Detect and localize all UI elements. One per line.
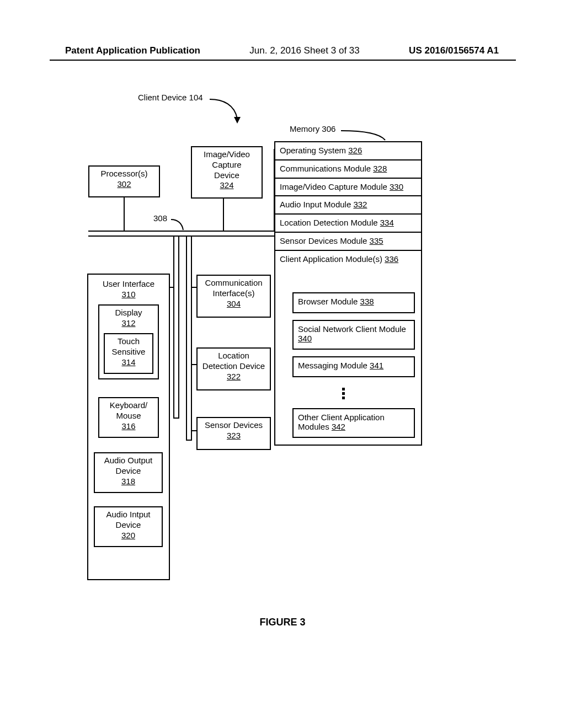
loc-box: Location Detection Device 322 (196, 347, 271, 390)
kbm-title1: Keyboard/ (110, 400, 147, 410)
loc-conn (192, 364, 196, 365)
mem-sdm: Sensor Devices Module 335 (275, 233, 421, 251)
audout-title2: Device (116, 466, 141, 475)
comm-conn (192, 287, 196, 288)
mem-ivcm: Image/Video Capture Module 330 (275, 179, 421, 197)
touch-num: 314 (121, 357, 135, 367)
comm-num: 304 (227, 299, 241, 308)
audin-num: 320 (121, 531, 135, 540)
mem-aim: Audio Input Module 332 (275, 196, 421, 215)
audout-num: 318 (121, 477, 135, 486)
page: Patent Application Publication Jun. 2, 2… (0, 0, 565, 728)
header-center: Jun. 2, 2016 Sheet 3 of 33 (249, 45, 359, 56)
bus-top (88, 231, 275, 232)
sensor-box: Sensor Devices 323 (196, 417, 271, 450)
bus-vl-cap (173, 417, 179, 419)
bus-ref-label: 308 (153, 213, 167, 223)
client-device-arrowhead (234, 117, 241, 124)
kbm-title2: Mouse (116, 411, 141, 420)
capture-num: 324 (220, 180, 233, 190)
bus-vl1 (173, 237, 174, 419)
audio-out-box: Audio Output Device 318 (94, 452, 163, 493)
capture-title1: Image/Video (204, 149, 250, 159)
ellipsis-icon (342, 386, 345, 401)
mem-comm: Communications Module 328 (275, 160, 421, 179)
bus-vr2 (191, 237, 192, 441)
sensor-conn (192, 430, 196, 431)
comm-box: Communication Interface(s) 304 (196, 275, 271, 318)
capture-to-bus (223, 199, 224, 231)
sensor-title: Sensor Devices (205, 420, 263, 430)
ui-title: User Interface (103, 279, 154, 288)
header-left: Patent Application Publication (65, 45, 200, 56)
comm-title2: Interface(s) (213, 288, 255, 298)
audio-in-box: Audio Intput Device 320 (94, 506, 163, 547)
figure-caption: FIGURE 3 (0, 617, 565, 628)
mem-os: Operating System 326 (275, 142, 421, 160)
sub-browser: Browser Module 338 (292, 292, 415, 313)
bus-bottom (88, 235, 275, 237)
audin-title2: Device (116, 520, 141, 529)
ui-num: 310 (121, 290, 135, 299)
loc-title2: Detection Device (202, 361, 265, 371)
display-group: Display 312 Touch Sensitive 314 (98, 304, 159, 379)
client-device-leader (210, 97, 254, 130)
header-rule (50, 60, 516, 61)
comm-title1: Communication (205, 278, 262, 287)
processor-num: 302 (117, 179, 131, 189)
doc-header: Patent Application Publication Jun. 2, 2… (0, 45, 565, 56)
kbm-box: Keyboard/ Mouse 316 (98, 397, 159, 438)
processor-title: Processor(s) (100, 169, 147, 178)
touch-title2: Sensitive (112, 347, 146, 356)
header-right: US 2016/0156574 A1 (409, 45, 499, 56)
mem-cam: Client Application Module(s) 336 (275, 251, 421, 268)
bus-vr-cap (186, 440, 192, 441)
loc-num: 322 (227, 372, 241, 381)
capture-box: Image/Video Capture Device 324 (191, 146, 263, 199)
bus-vr1 (186, 237, 187, 441)
capture-title2: Capture (212, 160, 241, 169)
display-num: 312 (121, 318, 135, 328)
capture-title3: Device (214, 170, 239, 180)
touch-title1: Touch (118, 336, 140, 346)
sensor-num: 323 (227, 431, 241, 440)
ui-conn (170, 287, 173, 288)
audin-title1: Audio Intput (106, 510, 150, 519)
proc-to-bus (124, 197, 125, 231)
display-title: Display (115, 308, 142, 317)
sub-other: Other Client Application Modules 342 (292, 408, 415, 438)
client-device-label: Client Device 104 (138, 93, 203, 102)
mem-ldm: Location Detection Module 334 (275, 215, 421, 233)
processor-box: Processor(s) 302 (88, 165, 160, 197)
bus-ref-leader (171, 218, 188, 234)
loc-title1: Location (218, 351, 249, 360)
kbm-num: 316 (121, 421, 135, 431)
sub-msg: Messaging Module 341 (292, 356, 415, 377)
memory-label: Memory 306 (290, 124, 335, 133)
sub-snc: Social Network Client Module340 (292, 320, 415, 350)
bus-vl2 (178, 237, 179, 419)
audout-title1: Audio Output (104, 456, 153, 465)
